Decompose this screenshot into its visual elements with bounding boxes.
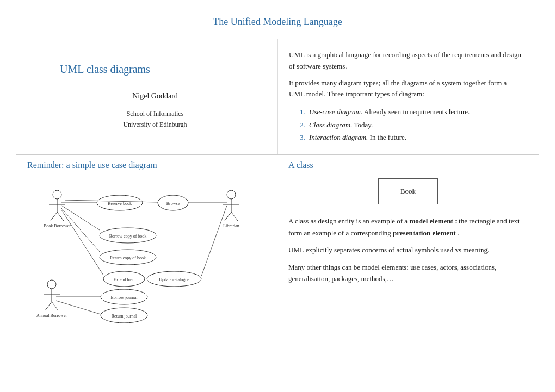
class-para1-before: A class as design entity is an example o… xyxy=(288,217,409,225)
title-slide-panel: UML class diagrams Nigel Goddard School … xyxy=(16,39,278,154)
usecase-heading: Reminder: a simple use case diagram xyxy=(27,160,272,170)
class-para1: A class as design entity is an example o… xyxy=(288,215,528,239)
class-para1-bold1: model element xyxy=(409,217,453,225)
class-para1-bold2: presentation element xyxy=(393,229,456,237)
svg-text:Update catalogue: Update catalogue xyxy=(159,277,189,282)
class-box-container: Book xyxy=(288,178,528,204)
usecase-svg: Book Borrower Librarian Annual Borrower … xyxy=(27,178,261,331)
class-para3: Many other things can be model elements:… xyxy=(288,262,528,285)
svg-text:Reserve book: Reserve book xyxy=(108,201,132,206)
svg-line-10 xyxy=(231,212,238,221)
list-item-interaction: 3. Interaction diagram. In the future. xyxy=(300,131,522,144)
slide-heading: UML class diagrams xyxy=(60,63,150,76)
svg-line-15 xyxy=(45,302,52,310)
svg-text:Borrow copy of book: Borrow copy of book xyxy=(109,234,147,239)
main-title: The Unified Modeling Language xyxy=(213,16,342,27)
list-num-3: 3. xyxy=(300,133,305,141)
svg-text:Return journal: Return journal xyxy=(112,314,137,319)
svg-text:Extend loan: Extend loan xyxy=(114,277,134,282)
class-para2: UML explicitly separates concerns of act… xyxy=(288,244,528,256)
svg-text:Borrow journal: Borrow journal xyxy=(110,295,138,300)
usecase-diagram: Book Borrower Librarian Annual Borrower … xyxy=(27,178,272,333)
svg-point-12 xyxy=(47,280,56,289)
list-text-2: Today. xyxy=(354,121,373,129)
svg-text:Librarian: Librarian xyxy=(223,223,239,228)
page-title-row: The Unified Modeling Language xyxy=(16,11,539,39)
svg-line-3 xyxy=(51,212,57,221)
class-box-label: Book xyxy=(400,187,416,195)
intro-slide-panel: UML is a graphical language for recordin… xyxy=(278,39,539,154)
svg-line-16 xyxy=(52,302,58,310)
class-slide-panel: A class Book A class as design entity is… xyxy=(278,154,539,338)
svg-line-40 xyxy=(56,301,101,314)
diagram-types-list: 1. Use-case diagram. Already seen in req… xyxy=(289,105,522,144)
list-num-1: 1. xyxy=(300,108,305,116)
svg-line-36 xyxy=(61,208,100,252)
svg-text:Return copy of book: Return copy of book xyxy=(110,256,146,260)
svg-text:Book Borrower: Book Borrower xyxy=(44,223,71,228)
list-num-2: 2. xyxy=(300,121,305,129)
list-text-1: Already seen in requirements lecture. xyxy=(364,108,470,116)
usecase-slide-panel: Reminder: a simple use case diagram Book… xyxy=(16,154,278,338)
svg-line-42 xyxy=(201,206,227,276)
class-para1-end: . xyxy=(458,229,459,237)
svg-text:Annual Borrower: Annual Borrower xyxy=(36,313,67,318)
class-heading: A class xyxy=(288,160,528,170)
list-item-usecase: 1. Use-case diagram. Already seen in req… xyxy=(300,105,522,118)
institution: School of Informatics University of Edin… xyxy=(123,109,187,129)
svg-point-0 xyxy=(53,190,61,199)
author-name: Nigel Goddard xyxy=(132,92,178,101)
svg-text:Browse: Browse xyxy=(166,201,180,206)
list-item-class: 2. Class diagram. Today. xyxy=(300,119,522,131)
list-text-3: In the future. xyxy=(370,133,407,141)
list-italic-2: Class diagram. xyxy=(309,121,352,129)
svg-line-4 xyxy=(57,212,64,221)
svg-point-6 xyxy=(227,190,236,199)
class-box: Book xyxy=(378,178,438,204)
list-italic-3: Interaction diagram. xyxy=(309,133,368,141)
svg-line-37 xyxy=(61,210,103,275)
list-italic-1: Use-case diagram. xyxy=(309,108,362,116)
intro-para2: It provides many diagram types; all the … xyxy=(289,78,522,101)
intro-para1: UML is a graphical language for recordin… xyxy=(289,49,522,72)
svg-line-9 xyxy=(225,212,231,221)
